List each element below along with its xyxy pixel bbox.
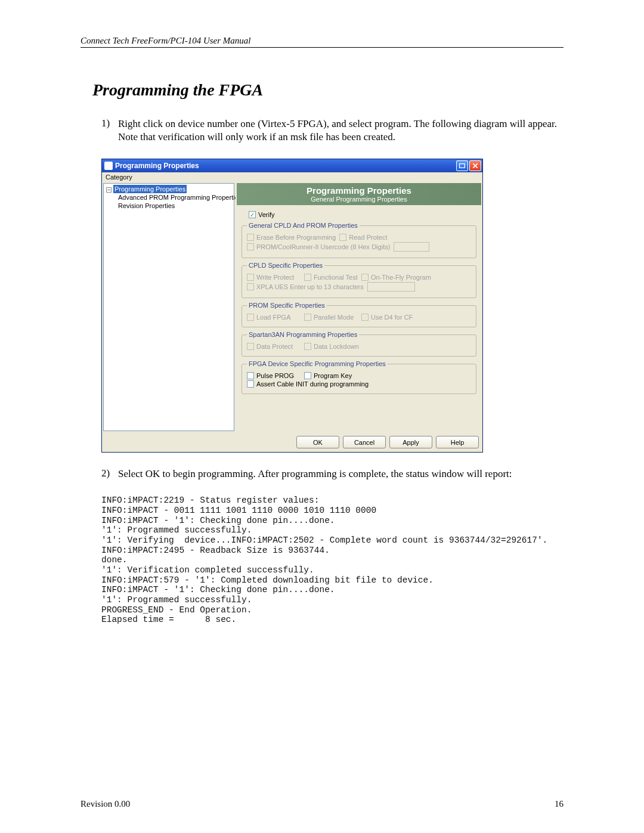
close-button[interactable] — [469, 160, 481, 171]
page-footer: Revision 0.00 16 — [80, 799, 564, 809]
group-fpga-specific: FPGA Device Specific Programming Propert… — [242, 360, 476, 394]
erase-checkbox — [247, 234, 254, 241]
step-1-text: Right click on device number one (Virtex… — [118, 117, 564, 144]
category-tree[interactable]: −Programming Properties Advanced PROM Pr… — [103, 183, 234, 431]
usercode-checkbox — [247, 243, 254, 250]
functionaltest-label: Functional Test — [314, 274, 358, 281]
cancel-button[interactable]: Cancel — [343, 436, 386, 448]
group-spartan3an: Spartan3AN Programming Properties Data P… — [242, 331, 476, 357]
panel-subtitle: General Programming Properties — [311, 196, 407, 203]
parallelmode-label: Parallel Mode — [314, 314, 354, 321]
step-1: 1) Right click on device number one (Vir… — [101, 117, 564, 144]
xplaues-input — [367, 282, 415, 292]
dialog-title: Programming Properties — [115, 162, 456, 170]
step-2-text: Select OK to begin programming. After pr… — [118, 467, 564, 481]
dialog-button-row: OK Cancel Apply Help — [102, 432, 482, 452]
onthefly-checkbox — [361, 274, 369, 281]
usercode-label: PROM/CoolRunner-II Usercode (8 Hex Digit… — [256, 243, 390, 250]
programkey-label: Program Key — [314, 372, 352, 379]
group-cpld-specific: CPLD Specific Properties Write Protect F… — [242, 262, 476, 298]
panel-header: Programming Properties General Programmi… — [237, 183, 481, 205]
footer-page-number: 16 — [555, 799, 564, 809]
step-1-number: 1) — [101, 117, 118, 144]
svg-rect-0 — [460, 164, 465, 168]
footer-revision: Revision 0.00 — [80, 799, 130, 809]
parallelmode-checkbox — [304, 314, 311, 321]
step-2-number: 2) — [101, 467, 118, 481]
group-general-legend: General CPLD And PROM Properties — [247, 222, 360, 229]
usercode-input — [394, 242, 429, 252]
step-2: 2) Select OK to begin programming. After… — [101, 467, 564, 481]
programming-properties-dialog: Programming Properties Category −Program… — [101, 159, 483, 453]
group-prom-legend: PROM Specific Properties — [247, 302, 327, 309]
readprotect-checkbox — [339, 234, 346, 241]
group-general-cpld-prom: General CPLD And PROM Properties Erase B… — [242, 222, 476, 258]
erase-label: Erase Before Programming — [256, 234, 336, 241]
tree-root-item[interactable]: −Programming Properties — [105, 185, 233, 193]
used4-label: Use D4 for CF — [371, 314, 413, 321]
group-prom-specific: PROM Specific Properties Load FPGA Paral… — [242, 302, 476, 327]
tree-collapse-icon[interactable]: − — [106, 187, 112, 193]
manual-header: Connect Tech FreeForm/PCI-104 User Manua… — [80, 36, 564, 48]
properties-panel: Programming Properties General Programmi… — [236, 182, 482, 432]
maximize-button[interactable] — [456, 160, 468, 171]
tree-item-programming-properties[interactable]: Programming Properties — [113, 185, 187, 193]
category-label: Category — [102, 172, 482, 182]
assertinit-checkbox[interactable] — [247, 380, 254, 388]
tree-item-revision[interactable]: Revision Properties — [117, 202, 233, 210]
pulseprog-label: Pulse PROG — [256, 372, 294, 379]
section-title: Programming the FPGA — [92, 80, 564, 100]
panel-title: Programming Properties — [239, 185, 479, 196]
dialog-titlebar[interactable]: Programming Properties — [102, 159, 482, 172]
ok-button[interactable]: OK — [296, 436, 339, 448]
dataprotect-label: Data Protect — [256, 343, 293, 350]
loadfpga-checkbox — [247, 314, 254, 321]
xplaues-label: XPLA UES Enter up to 13 characters — [256, 283, 364, 290]
status-log-output: INFO:iMPACT:2219 - Status register value… — [101, 496, 564, 625]
writeprotect-label: Write Protect — [256, 274, 294, 281]
datalockdown-checkbox — [304, 343, 311, 350]
writeprotect-checkbox — [247, 274, 254, 281]
group-fpga-legend: FPGA Device Specific Programming Propert… — [247, 360, 388, 367]
verify-checkbox[interactable]: ✓ — [249, 211, 256, 218]
group-cpld-legend: CPLD Specific Properties — [247, 262, 324, 269]
help-button[interactable]: Help — [436, 436, 479, 448]
onthefly-label: On-The-Fly Program — [371, 274, 431, 281]
assertinit-label: Assert Cable INIT during programming — [256, 380, 369, 388]
readprotect-label: Read Protect — [349, 234, 387, 241]
datalockdown-label: Data Lockdown — [314, 343, 359, 350]
apply-button[interactable]: Apply — [389, 436, 432, 448]
verify-label: Verify — [258, 211, 275, 218]
loadfpga-label: Load FPGA — [256, 314, 290, 321]
group-spartan3an-legend: Spartan3AN Programming Properties — [247, 331, 359, 338]
used4-checkbox — [361, 314, 369, 321]
functionaltest-checkbox — [304, 274, 311, 281]
pulseprog-checkbox[interactable] — [247, 372, 254, 379]
xplaues-checkbox — [247, 283, 254, 290]
programkey-checkbox[interactable] — [304, 372, 311, 379]
dataprotect-checkbox — [247, 343, 254, 350]
tree-item-advanced-prom[interactable]: Advanced PROM Programming Properties — [117, 193, 233, 202]
app-icon — [104, 162, 113, 170]
